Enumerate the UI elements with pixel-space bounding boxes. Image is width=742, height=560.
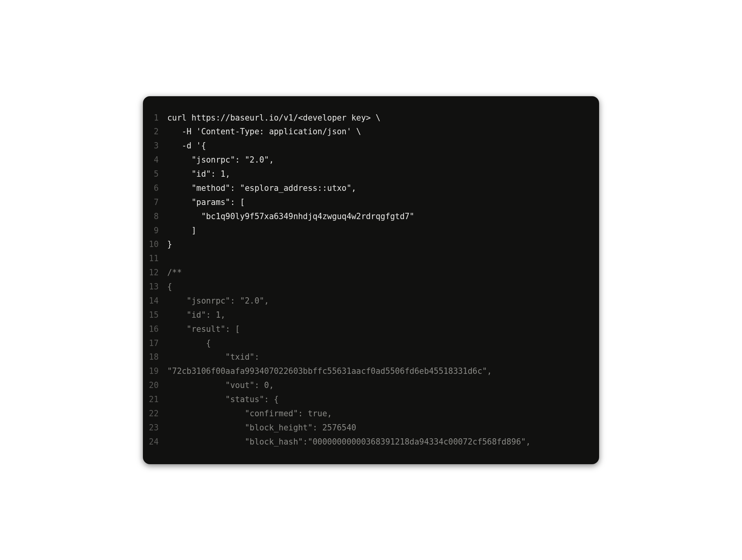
line-content: curl https://baseurl.io/v1/<developer ke… bbox=[167, 111, 380, 125]
line-content: "vout": 0, bbox=[167, 379, 274, 393]
line-content: "jsonrpc": "2.0", bbox=[167, 153, 274, 167]
line-content: "72cb3106f00aafa993407022603bbffc55631aa… bbox=[167, 364, 492, 379]
line-number: 2 bbox=[143, 125, 167, 139]
line-number: 20 bbox=[143, 379, 167, 393]
code-line: 10} bbox=[143, 238, 599, 252]
line-content: ] bbox=[167, 224, 196, 238]
code-line: 8 "bc1q90ly9f57xa6349nhdjq4zwguq4w2rdrqg… bbox=[143, 210, 599, 224]
line-number: 13 bbox=[143, 280, 167, 294]
line-content: -d '{ bbox=[167, 139, 206, 153]
line-content: -H 'Content-Type: application/json' \ bbox=[167, 125, 361, 139]
code-line: 21 "status": { bbox=[143, 393, 599, 407]
code-line: 5 "id": 1, bbox=[143, 167, 599, 181]
line-content: "bc1q90ly9f57xa6349nhdjq4zwguq4w2rdrqgfg… bbox=[167, 210, 414, 224]
code-line: 20 "vout": 0, bbox=[143, 379, 599, 393]
line-number: 21 bbox=[143, 393, 167, 407]
line-content: "confirmed": true, bbox=[167, 407, 332, 421]
line-content: "method": "esplora_address::utxo", bbox=[167, 181, 356, 196]
line-content: { bbox=[167, 280, 172, 294]
line-number: 14 bbox=[143, 294, 167, 308]
code-line: 19"72cb3106f00aafa993407022603bbffc55631… bbox=[143, 364, 599, 379]
line-number: 22 bbox=[143, 407, 167, 421]
code-line: 7 "params": [ bbox=[143, 196, 599, 210]
line-content: "txid": bbox=[167, 350, 260, 364]
code-line: 6 "method": "esplora_address::utxo", bbox=[143, 181, 599, 196]
code-line: 22 "confirmed": true, bbox=[143, 407, 599, 421]
code-block: 1curl https://baseurl.io/v1/<developer k… bbox=[143, 96, 599, 464]
line-number: 12 bbox=[143, 266, 167, 280]
code-line: 2 -H 'Content-Type: application/json' \ bbox=[143, 125, 599, 139]
line-number: 3 bbox=[143, 139, 167, 153]
code-line: 15 "id": 1, bbox=[143, 308, 599, 322]
code-line: 3 -d '{ bbox=[143, 139, 599, 153]
code-line: 17 { bbox=[143, 337, 599, 351]
line-content: { bbox=[167, 337, 211, 351]
line-content: "status": { bbox=[167, 393, 279, 407]
line-number: 15 bbox=[143, 308, 167, 322]
line-number: 9 bbox=[143, 224, 167, 238]
line-number: 24 bbox=[143, 435, 167, 449]
line-content: "id": 1, bbox=[167, 167, 230, 181]
line-content: "params": [ bbox=[167, 196, 245, 210]
code-line: 18 "txid": bbox=[143, 350, 599, 364]
code-line: 9 ] bbox=[143, 224, 599, 238]
line-content: /** bbox=[167, 266, 182, 280]
line-number: 16 bbox=[143, 322, 167, 337]
line-number: 10 bbox=[143, 238, 167, 252]
code-line: 1curl https://baseurl.io/v1/<developer k… bbox=[143, 111, 599, 125]
line-number: 11 bbox=[143, 252, 167, 266]
code-line: 4 "jsonrpc": "2.0", bbox=[143, 153, 599, 167]
line-number: 17 bbox=[143, 337, 167, 351]
line-content: } bbox=[167, 238, 172, 252]
line-number: 19 bbox=[143, 364, 167, 379]
line-content: "jsonrpc": "2.0", bbox=[167, 294, 269, 308]
line-number: 6 bbox=[143, 181, 167, 196]
code-line: 24 "block_hash":"00000000000368391218da9… bbox=[143, 435, 599, 449]
line-content: "id": 1, bbox=[167, 308, 225, 322]
line-number: 7 bbox=[143, 196, 167, 210]
line-content: "result": [ bbox=[167, 322, 240, 337]
code-line: 14 "jsonrpc": "2.0", bbox=[143, 294, 599, 308]
code-line: 23 "block_height": 2576540 bbox=[143, 421, 599, 435]
line-content: "block_height": 2576540 bbox=[167, 421, 356, 435]
code-line: 16 "result": [ bbox=[143, 322, 599, 337]
code-line: 11 bbox=[143, 252, 599, 266]
code-line: 13{ bbox=[143, 280, 599, 294]
line-number: 1 bbox=[143, 111, 167, 125]
line-number: 23 bbox=[143, 421, 167, 435]
code-line: 12/** bbox=[143, 266, 599, 280]
line-number: 8 bbox=[143, 210, 167, 224]
line-content: "block_hash":"00000000000368391218da9433… bbox=[167, 435, 531, 449]
line-number: 18 bbox=[143, 350, 167, 364]
line-number: 5 bbox=[143, 167, 167, 181]
line-number: 4 bbox=[143, 153, 167, 167]
